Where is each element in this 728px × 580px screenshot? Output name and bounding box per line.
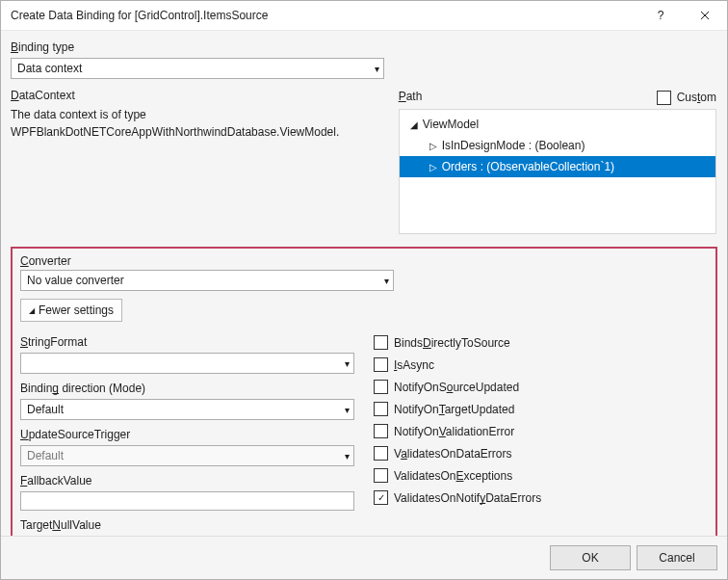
chevron-down-icon: ▾ <box>345 358 350 369</box>
chevron-down-icon: ▾ <box>345 405 350 415</box>
tree-item-label: IsInDesignMode : (Boolean) <box>442 139 585 152</box>
dialog-button-bar: OK Cancel <box>1 536 727 579</box>
data-context-column: DataContextDataContext The data context … <box>11 89 378 235</box>
binding-type-value: Data context <box>17 62 82 75</box>
tree-item-label: Orders : (ObservableCollection`1) <box>442 160 614 173</box>
expand-icon: ▷ <box>429 162 438 172</box>
update-source-trigger-combo: Default ▾ <box>20 445 354 466</box>
titlebar: Create Data Binding for [GridControl].It… <box>1 1 727 31</box>
is-async-checkbox[interactable]: IsAsyncIsAsync <box>374 357 708 372</box>
collapse-icon: ◢ <box>29 306 35 315</box>
close-button[interactable] <box>683 1 727 30</box>
converter-row: ConverterConverter No value converter ▾ <box>20 254 708 291</box>
validates-on-exceptions-checkbox[interactable]: ValidatesOnExceptionsValidatesOnExceptio… <box>374 468 708 483</box>
checkbox-icon <box>374 468 388 483</box>
binding-type-row: BBinding typeinding type Data context ▾ <box>11 40 717 79</box>
notify-on-source-updated-checkbox[interactable]: NotifyOnSourceUpdatedNotifyOnSourceUpdat… <box>374 380 708 394</box>
tree-item-isindesignmode[interactable]: ▷ IsInDesignMode : (Boolean) <box>400 135 715 156</box>
chevron-down-icon: ▾ <box>375 64 379 74</box>
string-format-label: StringFormatStringFormat <box>20 335 354 349</box>
binding-direction-label: Binding direction (Mode)Binding directio… <box>20 382 354 395</box>
validates-on-data-errors-checkbox[interactable]: ValidatesOnDataErrorsValidatesOnDataErro… <box>374 446 708 461</box>
collapse-icon: ◢ <box>409 119 419 130</box>
converter-combo[interactable]: No value converter ▾ <box>20 270 394 291</box>
checkbox-icon <box>374 424 388 438</box>
dialog-title: Create Data Binding for [GridControl].It… <box>11 9 638 22</box>
help-button[interactable]: ? <box>638 1 683 30</box>
converter-label: ConverterConverter <box>20 254 708 268</box>
fewer-settings-label: Fewer settings <box>39 303 114 317</box>
cancel-button[interactable]: Cancel <box>637 545 717 570</box>
fallback-value-label: FallbackValueFallbackValue <box>20 474 354 488</box>
update-source-trigger-value: Default <box>27 449 64 462</box>
dialog-create-data-binding: Create Data Binding for [GridControl].It… <box>0 0 728 580</box>
checkbox-icon <box>374 357 388 372</box>
custom-checkbox[interactable]: CustomCustom <box>657 91 716 105</box>
tree-item-orders[interactable]: ▷ Orders : (ObservableCollection`1) <box>400 156 715 177</box>
settings-grid: StringFormatStringFormat ▾ Binding direc… <box>20 331 708 536</box>
notify-on-target-updated-checkbox[interactable]: NotifyOnTargetUpdatedNotifyOnTargetUpdat… <box>374 402 708 416</box>
checkbox-icon <box>374 380 388 394</box>
target-null-value-label: TargetNullValueTargetNullValue <box>20 518 354 532</box>
binds-directly-checkbox[interactable]: BindsDirectlyToSourceBindsDirectlyToSour… <box>374 335 708 350</box>
binding-direction-combo[interactable]: Default ▾ <box>20 399 354 420</box>
checkbox-icon <box>374 402 388 416</box>
path-column: PathPath CustomCustom ◢ ViewModel ▷ IsIn… <box>398 89 717 235</box>
notify-on-validation-error-checkbox[interactable]: NotifyOnValidationErrorNotifyOnValidatio… <box>374 424 708 438</box>
update-source-trigger-label: UpdateSourceTriggerUpdateSourceTrigger <box>20 428 354 441</box>
expand-icon: ▷ <box>429 141 438 151</box>
checkbox-checked-icon: ✓ <box>374 490 388 505</box>
ok-button[interactable]: OK <box>550 545 631 570</box>
converter-value: No value converter <box>27 274 124 287</box>
converter-settings-section: ConverterConverter No value converter ▾ … <box>11 247 717 536</box>
binding-type-label: BBinding typeinding type <box>11 40 717 54</box>
close-icon <box>700 11 710 20</box>
fewer-settings-toggle[interactable]: ◢ Fewer settings <box>20 299 122 322</box>
mid-row: DataContextDataContext The data context … <box>11 89 717 235</box>
path-label: PathPath <box>399 90 657 103</box>
checkbox-icon <box>374 446 388 461</box>
dialog-content: BBinding typeinding type Data context ▾ … <box>1 31 727 536</box>
custom-label: CustomCustom <box>677 91 716 104</box>
path-tree[interactable]: ◢ ViewModel ▷ IsInDesignMode : (Boolean)… <box>399 109 716 234</box>
tree-root[interactable]: ◢ ViewModel <box>400 114 715 135</box>
validates-on-notify-data-errors-checkbox[interactable]: ✓ValidatesOnNotifyDataErrorsValidatesOnN… <box>374 490 708 505</box>
checkbox-icon <box>374 335 388 350</box>
tree-root-label: ViewModel <box>423 118 479 131</box>
settings-left-column: StringFormatStringFormat ▾ Binding direc… <box>20 331 354 536</box>
chevron-down-icon: ▾ <box>345 451 350 461</box>
binding-type-combo[interactable]: Data context ▾ <box>11 58 384 79</box>
path-header: PathPath CustomCustom <box>399 90 716 105</box>
settings-right-column: BindsDirectlyToSourceBindsDirectlyToSour… <box>374 331 708 536</box>
checkbox-icon <box>657 91 671 105</box>
chevron-down-icon: ▾ <box>384 276 389 286</box>
string-format-combo[interactable]: ▾ <box>20 353 354 374</box>
fallback-value-input[interactable] <box>20 491 354 511</box>
binding-direction-value: Default <box>27 403 64 416</box>
data-context-label: DataContextDataContext <box>11 89 378 102</box>
data-context-description: The data context is of type WPFBlankDotN… <box>11 106 378 141</box>
